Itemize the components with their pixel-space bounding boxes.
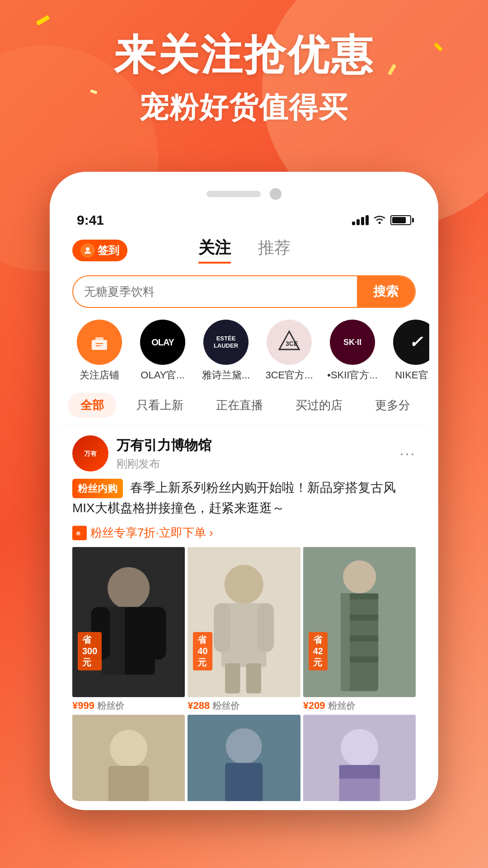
phone-camera: [270, 188, 282, 200]
fan-discount-icon: 粉: [72, 526, 87, 540]
svg-point-38: [341, 729, 378, 766]
filter-tab-all[interactable]: 全部: [68, 393, 117, 418]
product-card-4[interactable]: ¥199 粉丝价: [72, 715, 185, 801]
product-card-5[interactable]: ¥150 粉丝价: [188, 715, 300, 801]
search-button[interactable]: 搜索: [357, 276, 415, 307]
svg-rect-22: [246, 663, 261, 693]
wifi-icon: [373, 213, 386, 227]
feed-header: 万有 万有引力博物馆 刚刚发布 ···: [72, 435, 416, 472]
shop-icon-estee-label: 雅诗兰黛...: [202, 368, 250, 382]
product-card-1[interactable]: 省300元 ¥999 粉丝价: [72, 547, 185, 712]
sign-in-label: 签到: [98, 243, 119, 258]
product-save-badge-1: 省300元: [78, 632, 102, 670]
store-avatar[interactable]: 万有: [72, 435, 108, 472]
svg-rect-21: [225, 663, 240, 693]
svg-rect-36: [225, 763, 263, 801]
filter-tab-new[interactable]: 只看上新: [124, 393, 196, 418]
store-name[interactable]: 万有引力博物馆: [117, 436, 399, 455]
status-icons: [352, 213, 411, 227]
feed-item: 万有 万有引力博物馆 刚刚发布 ··· 粉丝内购 春季上新系列粉丝内购开始啦！新…: [59, 425, 429, 801]
product-save-badge-2: 省40元: [193, 632, 212, 670]
phone-outer: 9:41: [50, 172, 438, 810]
confetti-1: [36, 15, 50, 26]
nav-tab-follow[interactable]: 关注: [198, 237, 231, 264]
product-card-6[interactable]: ¥180 粉丝价: [303, 715, 416, 801]
svg-rect-30: [341, 594, 350, 691]
product-grid: 省300元 ¥999 粉丝价: [72, 547, 416, 712]
search-bar-wrap: 搜索: [59, 271, 429, 315]
svg-text:粉: 粉: [76, 531, 81, 536]
phone-mockup: 9:41: [50, 172, 438, 810]
product-price-1: ¥999 粉丝价: [72, 697, 185, 712]
svg-rect-19: [214, 603, 231, 652]
shop-icons-row: 关注店铺 OLAY OLAY官... ESTÉELAUDER 雅诗兰黛...: [59, 315, 429, 387]
shop-icon-estee[interactable]: ESTÉELAUDER 雅诗兰黛...: [194, 320, 258, 382]
nav-tab-recommend[interactable]: 推荐: [258, 237, 291, 264]
shop-icon-3ce[interactable]: 3CE 3CE官方...: [258, 320, 321, 382]
filter-tab-live[interactable]: 正在直播: [203, 393, 276, 418]
shop-icon-follow[interactable]: 关注店铺: [68, 320, 131, 382]
shop-icon-skii-label: •SKII官方...: [327, 368, 378, 382]
svg-rect-20: [258, 603, 274, 652]
feed-text: 粉丝内购 春季上新系列粉丝内购开始啦！新品穿搭复古风MIX大棋盘格拼接撞色，赶紧…: [72, 478, 416, 519]
shop-icon-nike[interactable]: ✓ NIKE官...: [384, 320, 429, 382]
svg-point-24: [343, 560, 376, 593]
hero-title: 来关注抢优惠: [0, 27, 488, 83]
product-grid-row2: ¥199 粉丝价 ¥150: [72, 715, 416, 801]
fan-discount-link[interactable]: 粉 粉丝专享7折·立即下单 ›: [72, 525, 416, 541]
fan-discount-text: 粉丝专享7折·立即下单 ›: [90, 525, 213, 541]
svg-point-32: [110, 730, 147, 767]
filter-tab-bought[interactable]: 买过的店: [283, 393, 355, 418]
status-time: 9:41: [77, 212, 104, 228]
nav-tabs: 关注 推荐: [127, 237, 361, 264]
svg-point-1: [86, 247, 89, 251]
product-price-2: ¥288 粉丝价: [188, 697, 300, 712]
phone-speaker: [206, 191, 261, 197]
svg-rect-15: [147, 607, 166, 660]
svg-rect-3: [95, 337, 103, 342]
product-card-3[interactable]: 省42元 ¥209 粉丝价: [303, 547, 416, 712]
feed-more-button[interactable]: ···: [399, 444, 416, 463]
svg-rect-40: [339, 765, 380, 778]
shop-icon-follow-label: 关注店铺: [80, 368, 119, 382]
svg-text:3CE: 3CE: [286, 340, 298, 347]
search-input[interactable]: [73, 285, 357, 299]
filter-tab-more[interactable]: 更多分: [362, 393, 423, 418]
product-price-3: ¥209 粉丝价: [303, 697, 416, 712]
feed-content: 粉丝内购 春季上新系列粉丝内购开始啦！新品穿搭复古风MIX大棋盘格拼接撞色，赶紧…: [72, 478, 416, 519]
svg-point-11: [108, 567, 150, 609]
shop-icon-skii[interactable]: SK·II •SKII官方...: [321, 320, 384, 382]
shop-icon-olay[interactable]: OLAY OLAY官...: [131, 320, 194, 382]
filter-tabs: 全部 只看上新 正在直播 买过的店 更多分: [59, 387, 429, 425]
status-bar: 9:41: [59, 204, 429, 232]
shop-icon-nike-label: NIKE官...: [395, 368, 429, 382]
search-bar: 搜索: [72, 275, 416, 308]
top-nav: 签到 关注 推荐: [59, 232, 429, 271]
signal-icon: [352, 215, 369, 225]
store-time: 刚刚发布: [117, 457, 399, 471]
battery-icon: [390, 215, 411, 225]
svg-point-35: [226, 728, 262, 764]
hero-section: 来关注抢优惠 宠粉好货值得买: [0, 27, 488, 127]
store-info: 万有引力博物馆 刚刚发布: [117, 436, 399, 471]
shop-icon-olay-label: OLAY官...: [141, 368, 184, 382]
product-card-2[interactable]: 省40元 ¥288 粉丝价: [188, 547, 300, 712]
sign-in-icon: [80, 243, 95, 258]
product-save-badge-3: 省42元: [309, 632, 328, 670]
hero-subtitle: 宠粉好货值得买: [0, 88, 488, 127]
phone-screen: 9:41: [59, 204, 429, 801]
svg-point-17: [225, 565, 263, 604]
svg-point-0: [379, 222, 381, 224]
svg-rect-33: [108, 766, 149, 801]
phone-notch: [59, 181, 429, 204]
fan-badge: 粉丝内购: [72, 479, 123, 498]
sign-in-button[interactable]: 签到: [72, 240, 127, 261]
shop-icon-3ce-label: 3CE官方...: [265, 368, 313, 382]
